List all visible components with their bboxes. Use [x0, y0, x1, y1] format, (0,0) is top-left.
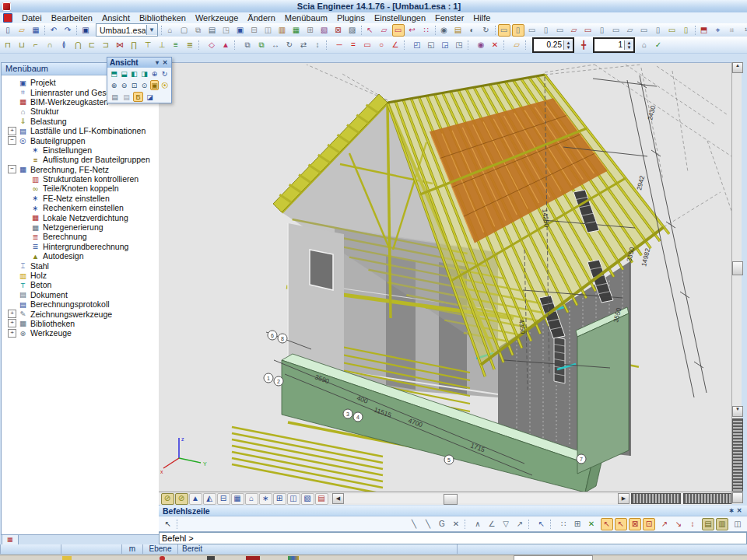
snap-toggle-icon[interactable]: ✕ — [585, 518, 598, 530]
view-render-icon[interactable]: ▯ — [512, 24, 524, 37]
select-previous-icon[interactable]: ↩ — [406, 24, 419, 37]
view-load-labels-icon[interactable]: ▭ — [638, 24, 651, 37]
view-angle-icon[interactable]: ◭ — [203, 493, 216, 505]
view-x-icon[interactable]: ⬒ — [110, 68, 118, 79]
palette-dropdown-icon[interactable]: ▾ — [153, 59, 161, 66]
tree-expander-icon[interactable]: + — [8, 127, 16, 135]
hscroll-right-icon[interactable]: ▶ — [618, 493, 630, 504]
zoom-selection-icon[interactable]: ⌖ — [712, 24, 724, 37]
numbering-icon[interactable]: ¹ — [740, 24, 747, 37]
vscroll-thumb[interactable] — [732, 261, 743, 275]
beam-icon[interactable]: ⊓ — [2, 39, 14, 51]
copy-icon[interactable]: ⧉ — [241, 39, 254, 51]
zoom-all-icon[interactable]: ⊙ — [140, 80, 149, 90]
tree-item-struktur[interactable]: ⌂Struktur — [5, 107, 159, 116]
cursor-snap-icon[interactable]: ↖ — [535, 518, 548, 530]
snap-gridpoints-icon[interactable]: ⊠ — [629, 518, 641, 530]
view-shrink-icon[interactable]: ▭ — [554, 24, 566, 37]
hscroll-left-icon[interactable]: ◀ — [332, 493, 344, 504]
snap-edges-icon[interactable]: ↖ — [615, 518, 627, 530]
menu-ansicht[interactable]: Ansicht — [97, 12, 135, 23]
menu-datei[interactable]: Datei — [17, 12, 47, 23]
last-point-icon[interactable]: ◫ — [731, 518, 744, 530]
picture-gallery-icon[interactable]: ⊟ — [248, 24, 261, 37]
hscroll-track[interactable] — [344, 494, 618, 503]
tree-item-stahl[interactable]: ⌶Stahl — [5, 261, 159, 270]
view-model-data-icon[interactable]: ▯ — [596, 24, 608, 37]
view-settings-icon[interactable]: ▤ — [315, 493, 328, 505]
cross-section-icon[interactable]: ≣ — [184, 39, 196, 51]
menu-men-baum[interactable]: Menübaum — [280, 12, 332, 23]
select-all-icon[interactable]: ∷ — [420, 24, 433, 37]
copy-add-icon[interactable]: ◱ — [425, 39, 437, 51]
view-dot-icon[interactable]: ▭ — [498, 24, 510, 37]
move-icon[interactable]: ↔ — [269, 39, 282, 51]
scale-isolines-icon[interactable]: ╋ — [577, 39, 590, 51]
check-structure-icon[interactable]: ✓ — [652, 39, 665, 51]
tree-item-berechnungsprotokoll[interactable]: ▤Berechnungsprotokoll — [5, 299, 159, 309]
tree-item-netzgenerierung[interactable]: ▦Netzgenerierung — [5, 222, 159, 232]
zoom-out-icon[interactable]: ⊖ — [120, 80, 128, 90]
menu-bibliotheken[interactable]: Bibliotheken — [135, 12, 191, 23]
eye-icon[interactable]: ◉ — [475, 39, 487, 51]
hinge-icon[interactable]: ◇ — [205, 39, 218, 51]
print-preview-icon[interactable]: ▦ — [290, 24, 303, 37]
print-icon[interactable]: ▥ — [276, 24, 289, 37]
stretch-icon[interactable]: ↕ — [311, 39, 324, 51]
snap-tangent-icon[interactable]: ▽ — [500, 518, 512, 530]
tree-item-dokument[interactable]: ▤Dokument — [5, 290, 159, 299]
tree-item-fe-netz-einstellen[interactable]: ∗FE-Netz einstellen — [5, 194, 159, 203]
tree-item-berechnung-fe-netz[interactable]: −▦Berechnung, FE-Netz — [5, 165, 159, 174]
vscroll-up-icon[interactable]: ▲ — [732, 62, 743, 73]
opening-icon[interactable]: ⋂ — [72, 39, 84, 51]
open-layer-icon[interactable]: ▱ — [510, 39, 523, 51]
snap-arc-icon[interactable]: ↗ — [514, 518, 526, 530]
draw-circle-icon[interactable]: ○ — [375, 39, 388, 51]
delete-icon[interactable]: ✕ — [489, 39, 501, 51]
multicopy-icon[interactable]: ⧉ — [255, 39, 268, 51]
render-mode-icon[interactable]: ⊟ — [217, 493, 230, 505]
menu-einstellungen[interactable]: Einstellungen — [370, 12, 430, 23]
draw-angle-icon[interactable]: ∠ — [389, 39, 402, 51]
tree-item-lastf-lle-und-lf-kombinationen[interactable]: +▤Lastfälle und LF-Kombinationen — [5, 126, 159, 135]
load-panel-icon[interactable]: ≡ — [170, 39, 182, 51]
rotate-wheel-horizontal[interactable] — [683, 493, 733, 504]
scale-spinner[interactable]: 0.25 ▲▼ — [532, 37, 574, 53]
menu-fenster[interactable]: Fenster — [430, 12, 468, 23]
shell-icon[interactable]: ≬ — [58, 39, 70, 51]
view-local-axes-icon[interactable]: ▱ — [568, 24, 580, 37]
command-close-icon[interactable]: ✕ — [735, 507, 743, 514]
tree-item-strukturdaten-kontrollieren[interactable]: ▥Strukturdaten kontrollieren — [5, 174, 159, 184]
draw-line-icon[interactable]: ─ — [333, 39, 345, 51]
view-wireframe-icon[interactable]: ▯ — [540, 24, 552, 37]
snap-intersect-icon[interactable]: ∧ — [472, 518, 484, 530]
view-grid-icon[interactable]: ▭ — [666, 24, 679, 37]
view-y-icon[interactable]: ⬓ — [120, 68, 128, 79]
select-single-icon[interactable]: ↖ — [364, 24, 377, 37]
project-combo[interactable]: Umbau1.esa ▼ — [96, 23, 158, 37]
tree-item-hintergrundberechnung[interactable]: ≣Hintergrundberechnung — [5, 242, 159, 251]
visibility-icon[interactable]: ◉ — [438, 24, 451, 37]
tree-expander-icon[interactable]: − — [8, 165, 16, 173]
clip-above-icon[interactable]: ⊘ — [161, 493, 174, 505]
menu-werkzeuge[interactable]: Werkzeuge — [191, 12, 243, 23]
saved-view-1-icon[interactable]: ▤ — [110, 92, 120, 102]
open-project-icon[interactable]: ▱ — [16, 24, 28, 37]
menu-bearbeiten[interactable]: Bearbeiten — [47, 12, 97, 23]
draw-rectangle-icon[interactable]: ▭ — [361, 39, 374, 51]
pan-wheel-horizontal[interactable] — [631, 493, 681, 504]
roof-wizard-icon[interactable]: ⌂ — [638, 39, 651, 51]
table-editor-icon[interactable]: ▤ — [206, 24, 219, 37]
document-manager-icon[interactable]: ⧉ — [192, 24, 205, 37]
viewport-canvas[interactable]: 2430 2942 3350 3550 14982 3590 400 11515… — [159, 63, 731, 492]
vscroll-corner[interactable] — [732, 492, 743, 503]
activity-refresh-icon[interactable]: ↻ — [480, 24, 493, 37]
table-composer-icon[interactable]: ▧ — [318, 24, 331, 37]
tree-item-lokale-netzverdichtung[interactable]: ▦Lokale Netzverdichtung — [5, 212, 159, 222]
clipboard-icon[interactable]: ◳ — [220, 24, 233, 37]
frame-icon[interactable]: ⊤ — [142, 39, 154, 51]
view-regen-icon[interactable]: ▯ — [680, 24, 693, 37]
track-length-icon[interactable]: ↕ — [686, 518, 699, 530]
menu--ndern[interactable]: Ändern — [243, 12, 279, 23]
column-icon[interactable]: ⊔ — [16, 39, 28, 51]
